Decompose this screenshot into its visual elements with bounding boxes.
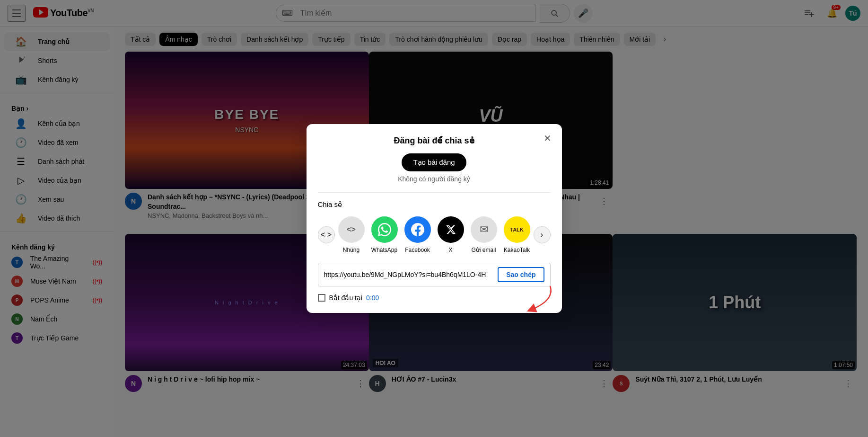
- nhung-icon: <>: [338, 216, 365, 243]
- whatsapp-icon: [371, 216, 398, 243]
- share-icons: < > <> Nhúng WhatsApp Facebook: [318, 216, 551, 253]
- modal-title: Đăng bài để chia sẻ: [318, 135, 551, 146]
- share-next-button[interactable]: ›: [534, 226, 551, 243]
- share-item-kakaotalk[interactable]: TALK KakaoTalk: [500, 216, 534, 253]
- share-item-facebook[interactable]: Facebook: [401, 216, 434, 253]
- modal-close-button[interactable]: ✕: [539, 130, 556, 147]
- kakaotalk-icon: TALK: [504, 216, 530, 243]
- facebook-icon: [404, 216, 431, 243]
- start-at-time: 0:00: [366, 294, 379, 302]
- link-section: https://youtu.be/9Md_NGpLMoY?si=bu4Bh6qM…: [318, 263, 551, 286]
- facebook-label: Facebook: [405, 247, 430, 253]
- create-post-button[interactable]: Tạo bài đăng: [402, 153, 466, 171]
- nhung-label: Nhúng: [343, 247, 359, 253]
- share-modal: ✕ Đăng bài để chia sẻ Tạo bài đăng Không…: [307, 124, 562, 313]
- link-url: https://youtu.be/9Md_NGpLMoY?si=bu4Bh6qM…: [324, 271, 494, 278]
- share-section-title: Chia sẻ: [318, 200, 551, 209]
- x-icon: [438, 216, 464, 243]
- no-subscribers-text: Không có người đăng ký: [318, 175, 551, 183]
- share-item-email[interactable]: ✉ Gửi email: [467, 216, 500, 253]
- email-icon: ✉: [471, 216, 497, 243]
- x-label: X: [448, 247, 452, 253]
- email-label: Gửi email: [471, 247, 496, 253]
- start-at-label: Bắt đầu tại: [329, 294, 363, 302]
- copy-button[interactable]: Sao chép: [498, 267, 544, 282]
- share-item-x[interactable]: X: [434, 216, 467, 253]
- modal-divider: [318, 192, 551, 193]
- whatsapp-label: WhatsApp: [371, 247, 397, 253]
- start-at-section: Bắt đầu tại 0:00: [318, 294, 551, 302]
- modal-overlay: ✕ Đăng bài để chia sẻ Tạo bài đăng Không…: [0, 0, 868, 437]
- start-at-checkbox[interactable]: [318, 294, 325, 302]
- kakaotalk-label: KakaoTalk: [504, 247, 530, 253]
- share-prev-button[interactable]: < >: [318, 226, 335, 243]
- share-item-nhung[interactable]: <> Nhúng: [335, 216, 368, 253]
- share-item-whatsapp[interactable]: WhatsApp: [368, 216, 401, 253]
